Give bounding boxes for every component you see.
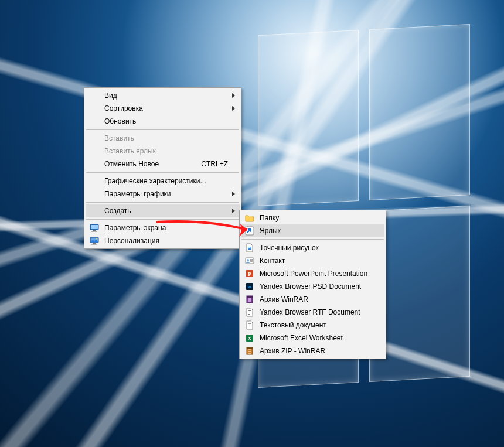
menu-item-undo[interactable]: Отменить Новое CTRL+Z [86,158,240,170]
menu-item-label: Отменить Новое [104,160,159,168]
shortcut-icon [245,226,254,236]
svg-rect-25 [248,310,251,311]
svg-rect-32 [248,327,250,327]
menu-item-new[interactable]: Создать [86,204,240,217]
svg-rect-29 [248,323,251,324]
menu-separator [86,219,239,220]
submenu-item-shortcut[interactable]: Ярлык [241,224,384,237]
svg-text:P: P [248,271,251,277]
submenu-item-excel[interactable]: X Microsoft Excel Worksheet [241,332,384,344]
menu-item-graphics-params[interactable]: Параметры графики [86,187,240,200]
submenu-item-label: Точечный рисунок [260,244,319,252]
menu-item-refresh[interactable]: Обновить [86,115,240,128]
submenu-item-label: Yandex Browser RTF Document [260,308,360,316]
svg-rect-28 [248,314,250,315]
menu-separator [86,172,239,173]
menu-item-label: Вид [104,91,117,100]
rar-icon [245,295,254,304]
submenu-item-psd[interactable]: Ps Yandex Browser PSD Document [241,280,384,293]
contact-icon [245,256,254,265]
svg-text:Ps: Ps [248,285,252,289]
menu-item-accelerator: CTRL+Z [183,160,228,168]
submenu-item-contact[interactable]: Контакт [241,254,384,267]
svg-point-12 [247,259,249,261]
menu-item-label: Персонализация [104,237,159,245]
chevron-right-icon [232,106,235,111]
menu-item-label: Вставить ярлык [104,147,156,155]
zip-icon [245,346,254,356]
folder-icon [245,213,254,223]
svg-rect-38 [248,351,251,352]
submenu-item-label: Microsoft PowerPoint Presentation [260,269,367,278]
psd-icon: Ps [245,282,254,291]
submenu-item-bitmap[interactable]: Точечный рисунок [241,241,384,254]
chevron-right-icon [232,93,235,98]
svg-rect-3 [91,231,97,232]
bitmap-icon [245,243,254,252]
svg-rect-21 [247,296,253,298]
menu-separator [241,239,384,240]
desktop-context-menu: Вид Сортировка Обновить Вставить Вставит… [84,87,241,249]
submenu-item-powerpoint[interactable]: P Microsoft PowerPoint Presentation [241,267,384,280]
excel-icon: X [245,333,254,343]
submenu-item-zip[interactable]: Архив ZIP - WinRAR [241,344,384,357]
svg-rect-31 [248,326,251,326]
personalize-icon [90,236,99,245]
menu-item-paste-shortcut: Вставить ярлык [86,145,240,158]
svg-rect-15 [250,261,253,262]
rtf-icon [245,308,254,317]
svg-rect-26 [248,312,251,312]
svg-rect-14 [250,260,253,261]
svg-point-5 [96,238,97,240]
submenu-item-label: Yandex Browser PSD Document [260,282,361,291]
svg-rect-30 [248,325,251,325]
submenu-item-label: Архив WinRAR [260,295,308,303]
menu-item-paste: Вставить [86,132,240,145]
chevron-right-icon [232,192,235,196]
menu-item-view[interactable]: Вид [86,89,240,102]
menu-item-label: Параметры экрана [104,224,166,232]
svg-rect-2 [93,230,96,231]
submenu-item-label: Текстовый документ [260,321,326,329]
menu-item-label: Графические характеристики... [104,177,206,185]
submenu-item-label: Папку [260,214,279,222]
submenu-item-label: Ярлык [260,227,281,235]
new-submenu: Папку Ярлык Точечный рисунок Контакт P M… [239,210,386,359]
menu-item-label: Обновить [104,117,136,125]
menu-item-display-settings[interactable]: Параметры экрана [86,221,240,234]
submenu-item-text[interactable]: Текстовый документ [241,319,384,332]
svg-text:X: X [248,336,252,342]
submenu-item-folder[interactable]: Папку [241,211,384,224]
svg-rect-6 [93,243,96,244]
menu-item-label: Вставить [104,134,134,142]
menu-item-label: Создать [104,207,131,215]
menu-item-label: Параметры графики [104,190,171,198]
svg-rect-1 [91,225,98,229]
menu-separator [86,129,239,130]
svg-rect-13 [250,259,253,260]
svg-rect-36 [247,347,253,349]
menu-item-label: Сортировка [104,104,143,112]
submenu-item-rtf[interactable]: Yandex Browser RTF Document [241,306,384,319]
svg-rect-22 [248,298,251,299]
chevron-right-icon [232,209,235,213]
submenu-item-rar[interactable]: Архив WinRAR [241,293,384,306]
menu-item-personalize[interactable]: Персонализация [86,234,240,247]
submenu-item-label: Архив ZIP - WinRAR [260,347,325,355]
svg-rect-24 [248,301,251,302]
menu-item-graphics-properties[interactable]: Графические характеристики... [86,175,240,187]
svg-rect-27 [248,313,251,313]
svg-rect-37 [248,349,251,350]
display-icon [90,223,99,233]
submenu-item-label: Контакт [260,257,285,265]
svg-rect-39 [248,353,251,354]
menu-separator [86,202,239,203]
text-file-icon [245,320,254,330]
svg-rect-23 [248,299,251,301]
menu-item-sort[interactable]: Сортировка [86,102,240,115]
powerpoint-icon: P [245,269,254,278]
svg-rect-7 [91,244,97,245]
submenu-item-label: Microsoft Excel Worksheet [260,334,343,342]
